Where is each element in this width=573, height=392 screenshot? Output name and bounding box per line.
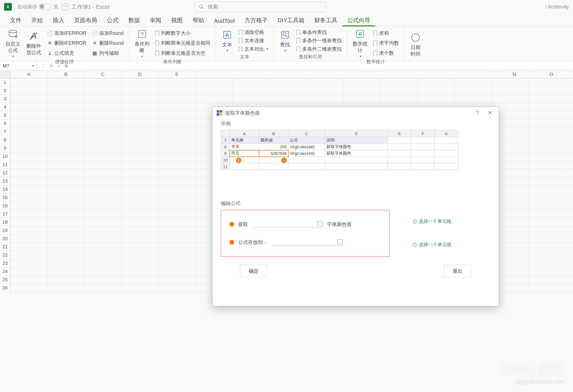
col-header[interactable]: C — [84, 71, 122, 78]
cell[interactable] — [122, 136, 159, 144]
cell[interactable] — [47, 218, 84, 226]
cell[interactable] — [529, 235, 566, 243]
cell[interactable] — [10, 284, 47, 292]
cell[interactable] — [122, 185, 159, 193]
cell[interactable] — [122, 169, 159, 177]
cell[interactable] — [529, 103, 566, 111]
single-lookup-button[interactable]: 单条件查找 — [295, 29, 343, 36]
cell[interactable] — [233, 78, 270, 86]
cell[interactable] — [122, 152, 159, 160]
cell[interactable] — [122, 78, 159, 86]
cell[interactable] — [233, 95, 270, 103]
row-header[interactable]: 14 — [0, 185, 10, 194]
cell[interactable] — [196, 95, 233, 103]
cell[interactable] — [529, 78, 566, 86]
cell[interactable] — [47, 194, 84, 201]
cell[interactable] — [159, 243, 196, 251]
cell[interactable] — [492, 87, 529, 95]
cell[interactable] — [159, 185, 196, 193]
cell[interactable] — [84, 210, 122, 218]
cell[interactable] — [233, 87, 270, 95]
cell[interactable] — [47, 259, 84, 267]
cell[interactable] — [159, 111, 196, 119]
cell[interactable] — [47, 226, 84, 234]
cell[interactable] — [122, 87, 159, 95]
cell[interactable] — [529, 111, 566, 119]
cell[interactable] — [84, 177, 122, 185]
remove-iferror-button[interactable]: ✕删除IFERROR — [46, 39, 88, 47]
cell[interactable] — [307, 78, 344, 86]
col-header[interactable]: N — [496, 71, 533, 78]
text-button[interactable]: A 文本▾ — [220, 28, 235, 53]
cell[interactable] — [529, 259, 566, 267]
row-header[interactable]: 3 — [0, 95, 10, 103]
cell[interactable] — [47, 202, 84, 210]
row-header[interactable]: 4 — [0, 103, 10, 111]
cell[interactable] — [418, 87, 455, 95]
cell[interactable] — [122, 111, 159, 119]
cell[interactable] — [84, 243, 122, 251]
cell[interactable] — [47, 144, 84, 152]
cell[interactable] — [84, 226, 122, 234]
judge-number-button[interactable]: 判断数字大小 — [154, 29, 212, 37]
cell[interactable] — [10, 194, 47, 201]
cell[interactable] — [10, 78, 47, 86]
avg-button[interactable]: 求平均数 — [372, 39, 400, 47]
cell[interactable] — [381, 95, 418, 103]
autosave-toggle[interactable]: 自动保存 关 — [17, 4, 58, 10]
row-header[interactable]: 18 — [0, 218, 10, 226]
tab-view[interactable]: 视图 — [166, 14, 188, 26]
cell[interactable] — [529, 210, 566, 218]
cell[interactable] — [455, 95, 492, 103]
row-header[interactable]: 20 — [0, 235, 10, 243]
range-picker-icon[interactable] — [337, 239, 342, 244]
cell[interactable] — [47, 152, 84, 160]
cell[interactable] — [344, 87, 381, 95]
cell[interactable] — [84, 202, 122, 210]
cell[interactable] — [529, 128, 566, 136]
cell[interactable] — [529, 251, 566, 259]
cell[interactable] — [10, 226, 47, 234]
cell[interactable] — [84, 95, 122, 103]
fx-icon[interactable]: fx — [65, 63, 68, 69]
tab-data[interactable]: 数据 — [123, 14, 145, 26]
row-header[interactable]: 21 — [0, 243, 10, 251]
cell[interactable] — [10, 128, 47, 136]
cell[interactable] — [84, 161, 122, 169]
sum-button[interactable]: 求和 — [372, 29, 400, 37]
cell[interactable] — [529, 95, 566, 103]
cell[interactable] — [10, 251, 47, 259]
cell[interactable] — [10, 235, 47, 243]
cell[interactable] — [159, 128, 196, 136]
cell[interactable] — [84, 259, 122, 267]
cell[interactable] — [47, 177, 84, 185]
cell[interactable] — [529, 177, 566, 185]
custom-formula-button[interactable]: fx 自定义 公式▾ — [4, 28, 22, 58]
close-button[interactable]: ✕ — [485, 109, 495, 117]
tab-formula[interactable]: 公式 — [102, 14, 123, 26]
ok-button[interactable]: 确定 — [240, 265, 267, 277]
cell[interactable] — [159, 235, 196, 243]
cell[interactable] — [84, 218, 122, 226]
row-header[interactable]: 22 — [0, 251, 10, 259]
cell[interactable] — [10, 177, 47, 185]
tab-insert[interactable]: 插入 — [48, 14, 69, 26]
target-cell-input[interactable] — [272, 239, 343, 246]
user-name[interactable]: i Arishmily — [545, 4, 569, 10]
remove-outer-formula-button[interactable]: A 删除外 层公式 — [25, 28, 43, 58]
cell[interactable] — [122, 276, 159, 284]
row-header[interactable]: 25 — [0, 276, 10, 284]
name-box[interactable]: M7 ▾ — [0, 61, 37, 70]
cell[interactable] — [84, 194, 122, 201]
cell[interactable] — [122, 218, 159, 226]
cell[interactable] — [10, 218, 47, 226]
cell[interactable] — [529, 87, 566, 95]
cell[interactable] — [84, 185, 122, 193]
cell[interactable] — [47, 161, 84, 169]
cell[interactable] — [10, 87, 47, 95]
cell[interactable] — [529, 152, 566, 160]
tab-formula-wizard[interactable]: 公式向导 — [342, 14, 375, 26]
cell[interactable] — [10, 169, 47, 177]
cell[interactable] — [10, 202, 47, 210]
row-header[interactable]: 13 — [0, 177, 10, 185]
